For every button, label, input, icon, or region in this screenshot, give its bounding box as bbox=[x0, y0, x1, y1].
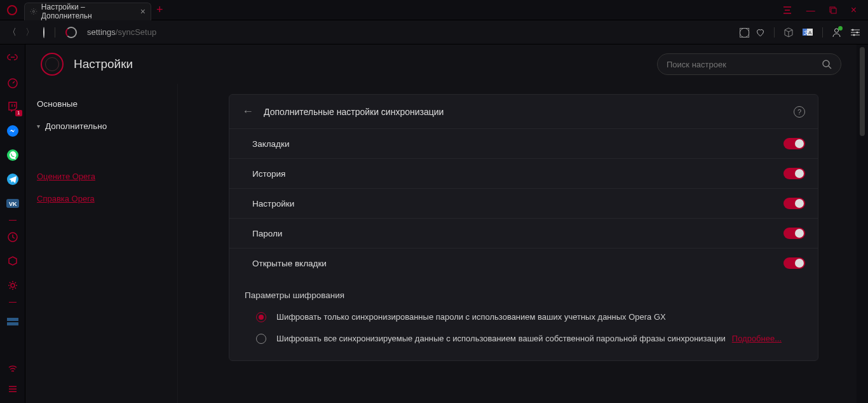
rail-gx-corner[interactable] bbox=[5, 51, 20, 66]
toolbar-right: ⃞⃝ 文A bbox=[747, 27, 860, 38]
profile-icon[interactable] bbox=[832, 27, 841, 38]
opera-icon bbox=[7, 5, 17, 15]
rail-add-icon[interactable] bbox=[5, 314, 20, 329]
radio-label: Шифровать только синхронизированные паро… bbox=[276, 311, 666, 323]
svg-rect-2 bbox=[831, 8, 836, 13]
opera-url-icon bbox=[65, 27, 77, 38]
nav-rate-opera[interactable]: Оцените Opera bbox=[37, 172, 166, 181]
settings-body: Основные ▾Дополнительно Оцените Opera Сп… bbox=[25, 84, 857, 403]
rail-separator bbox=[9, 220, 17, 221]
gx-menu-icon[interactable] bbox=[782, 6, 792, 15]
toggle-label: Открытые вкладки bbox=[252, 259, 327, 268]
url-path: /syncSetup bbox=[116, 27, 156, 37]
svg-point-0 bbox=[32, 11, 34, 13]
card-header: ← Дополнительные настройки синхронизации… bbox=[229, 95, 818, 129]
reload-icon[interactable] bbox=[43, 27, 44, 38]
card-title: Дополнительные настройки синхронизации bbox=[264, 107, 783, 117]
svg-point-8 bbox=[852, 29, 854, 31]
url-host: settings bbox=[87, 27, 116, 37]
rail-vk[interactable]: VK bbox=[5, 196, 20, 211]
rail-badge: 1 bbox=[15, 110, 22, 116]
close-icon[interactable]: × bbox=[140, 6, 146, 17]
rail-extensions[interactable] bbox=[5, 254, 20, 269]
maximize-icon[interactable] bbox=[829, 6, 837, 14]
toggle-settings: Настройки bbox=[229, 189, 818, 219]
rail-separator bbox=[9, 302, 17, 303]
rail-settings[interactable] bbox=[5, 278, 20, 293]
nav-advanced-label: Дополнительно bbox=[45, 121, 107, 131]
svg-text:A: A bbox=[808, 30, 812, 36]
search-icon bbox=[822, 60, 832, 69]
rail-whatsapp[interactable] bbox=[5, 147, 20, 163]
rail-history[interactable] bbox=[5, 229, 20, 245]
rail-telegram[interactable] bbox=[5, 172, 20, 187]
toggle-switch[interactable] bbox=[783, 198, 805, 209]
back-icon[interactable]: 〈 bbox=[8, 27, 17, 38]
nav-basic[interactable]: Основные bbox=[37, 99, 166, 109]
minimize-icon[interactable]: — bbox=[806, 5, 815, 15]
toggle-switch[interactable] bbox=[783, 168, 805, 179]
tab-title: Настройки – Дополнительн bbox=[41, 3, 137, 20]
toggle-label: История bbox=[252, 169, 285, 179]
new-tab-button[interactable]: + bbox=[156, 3, 163, 17]
settings-search[interactable] bbox=[657, 53, 841, 75]
easy-setup-icon[interactable] bbox=[850, 28, 860, 37]
rail-wifi-icon[interactable] bbox=[5, 361, 20, 376]
window-controls: — × bbox=[782, 0, 868, 20]
toggle-label: Пароли bbox=[252, 229, 282, 238]
url-text[interactable]: settings/syncSetup bbox=[87, 27, 156, 37]
toggle-label: Настройки bbox=[252, 199, 294, 208]
encryption-title: Параметры шифрования bbox=[245, 290, 803, 300]
scroll-thumb[interactable] bbox=[860, 47, 865, 136]
search-input[interactable] bbox=[667, 60, 822, 69]
cube-icon[interactable] bbox=[783, 27, 794, 38]
sync-settings-card: ← Дополнительные настройки синхронизации… bbox=[229, 94, 818, 361]
heart-icon[interactable] bbox=[756, 28, 765, 37]
settings-content: ← Дополнительные настройки синхронизации… bbox=[178, 84, 857, 403]
toggle-bookmarks: Закладки bbox=[229, 129, 818, 159]
rail-messenger[interactable] bbox=[5, 123, 20, 139]
nav-help-opera[interactable]: Справка Opera bbox=[37, 194, 166, 203]
translate-icon[interactable]: 文A bbox=[803, 27, 813, 37]
help-icon[interactable]: ? bbox=[794, 106, 805, 118]
gear-icon bbox=[30, 8, 37, 15]
rail-stats-icon[interactable] bbox=[5, 381, 20, 397]
nav-advanced[interactable]: ▾Дополнительно bbox=[37, 121, 166, 131]
scrollbar[interactable] bbox=[857, 44, 868, 403]
settings-header: Настройки bbox=[25, 44, 857, 84]
address-bar: 〈 〉 settings/syncSetup ⃞⃝ 文A bbox=[0, 20, 868, 44]
page-title: Настройки bbox=[74, 57, 133, 71]
learn-more-link[interactable]: Подробнее... bbox=[732, 334, 782, 343]
nav-buttons: 〈 〉 bbox=[8, 27, 44, 38]
settings-page: Настройки Основные ▾Дополнительно Оценит… bbox=[25, 44, 857, 403]
svg-point-21 bbox=[823, 60, 829, 67]
chevron-down-icon: ▾ bbox=[37, 123, 40, 130]
toggle-history: История bbox=[229, 159, 818, 189]
close-window-icon[interactable]: × bbox=[851, 4, 857, 16]
back-arrow-icon[interactable]: ← bbox=[242, 105, 254, 118]
radio-label: Шифровать все синхронизируемые данные с … bbox=[276, 333, 782, 345]
radio-option-1[interactable]: Шифровать только синхронизированные паро… bbox=[245, 311, 803, 323]
svg-rect-19 bbox=[7, 318, 18, 321]
toggle-open-tabs: Открытые вкладки bbox=[229, 249, 818, 278]
titlebar: Настройки – Дополнительн × + — × bbox=[0, 0, 868, 20]
svg-rect-20 bbox=[7, 322, 18, 325]
toggle-passwords: Пароли bbox=[229, 219, 818, 249]
svg-point-9 bbox=[857, 31, 858, 33]
toggle-switch[interactable] bbox=[783, 138, 805, 149]
svg-point-18 bbox=[11, 283, 15, 287]
svg-point-10 bbox=[853, 34, 855, 36]
opera-menu-button[interactable] bbox=[0, 0, 24, 20]
toggle-switch[interactable] bbox=[783, 228, 805, 239]
forward-icon[interactable]: 〉 bbox=[25, 27, 34, 38]
sidebar-rail: 1 VK bbox=[0, 44, 25, 403]
radio-button-selected[interactable] bbox=[256, 312, 266, 322]
vsep bbox=[774, 27, 775, 38]
rail-limiter[interactable] bbox=[5, 75, 20, 90]
radio-button[interactable] bbox=[256, 334, 266, 344]
rail-twitch[interactable]: 1 bbox=[5, 99, 20, 114]
toggle-switch[interactable] bbox=[783, 257, 805, 269]
radio-option-2[interactable]: Шифровать все синхронизируемые данные с … bbox=[245, 333, 803, 345]
browser-tab[interactable]: Настройки – Дополнительн × bbox=[24, 3, 151, 20]
svg-text:VK: VK bbox=[9, 201, 17, 207]
